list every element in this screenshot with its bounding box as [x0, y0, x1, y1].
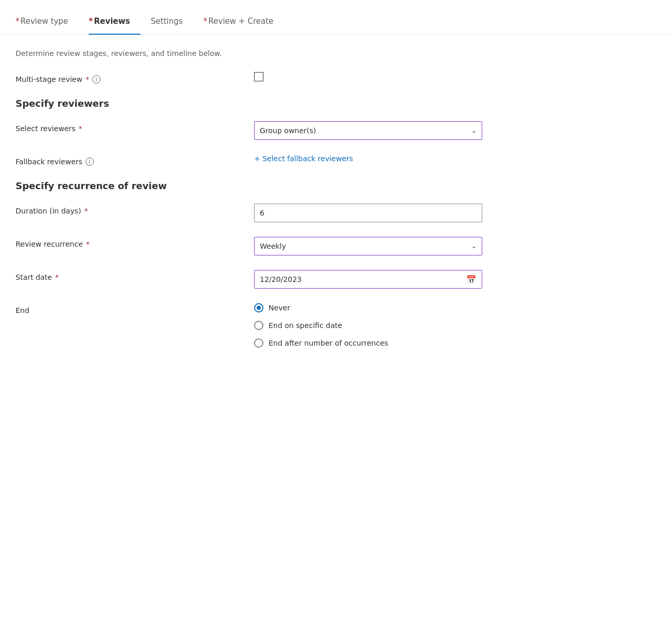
select-reviewers-label: Select reviewers * — [16, 121, 254, 133]
tab-settings-label: Settings — [151, 17, 183, 26]
fallback-reviewers-row: Fallback reviewers i + Select fallback r… — [16, 154, 482, 166]
start-date-row: Start date * 12/20/2023 📅 — [16, 270, 482, 289]
fallback-reviewers-label-text: Fallback reviewers — [16, 158, 82, 166]
end-option-specific-date[interactable]: End on specific date — [254, 321, 388, 330]
start-date-label-text: Start date — [16, 273, 52, 281]
multistage-review-row: Multi-stage review * i — [16, 72, 482, 83]
main-content: Determine review stages, reviewers, and … — [0, 35, 498, 383]
start-date-value: 12/20/2023 — [260, 275, 302, 283]
end-label: End — [16, 303, 254, 315]
tab-reviews[interactable]: *Reviews — [89, 10, 140, 34]
end-radio-group: Never End on specific date End after num… — [254, 303, 388, 348]
navigation-tabs: *Review type *Reviews Settings *Review +… — [0, 0, 672, 35]
start-date-required: * — [55, 273, 59, 281]
select-reviewers-required: * — [79, 124, 82, 133]
end-row: End Never End on specific date End after… — [16, 303, 482, 348]
end-radio-specific-date[interactable] — [254, 321, 263, 330]
review-recurrence-required: * — [86, 240, 90, 248]
end-radio-never[interactable] — [254, 303, 263, 312]
fallback-info-icon[interactable]: i — [86, 158, 94, 166]
start-date-label: Start date * — [16, 270, 254, 281]
review-recurrence-label: Review recurrence * — [16, 237, 254, 248]
duration-label-text: Duration (in days) — [16, 207, 81, 215]
specify-recurrence-header: Specify recurrence of review — [16, 180, 482, 191]
page-subtitle: Determine review stages, reviewers, and … — [16, 49, 482, 58]
duration-input[interactable]: 6 — [254, 204, 482, 222]
required-star: * — [203, 17, 207, 26]
tab-review-type[interactable]: *Review type — [16, 10, 78, 34]
review-recurrence-value: Weekly — [260, 242, 286, 250]
multistage-checkbox[interactable] — [254, 72, 263, 81]
select-reviewers-row: Select reviewers * Group owner(s) ⌄ — [16, 121, 482, 140]
review-recurrence-row: Review recurrence * Weekly ⌄ — [16, 237, 482, 255]
multistage-required: * — [86, 75, 89, 83]
end-never-label: Never — [269, 304, 290, 312]
required-star: * — [16, 17, 20, 26]
tab-review-type-label: Review type — [21, 17, 68, 26]
select-reviewers-dropdown[interactable]: Group owner(s) ⌄ — [254, 121, 482, 140]
select-reviewers-label-text: Select reviewers — [16, 124, 76, 133]
tab-reviews-label: Reviews — [94, 17, 130, 26]
specify-reviewers-header: Specify reviewers — [16, 98, 482, 109]
fallback-reviewers-label: Fallback reviewers i — [16, 154, 254, 166]
select-reviewers-value: Group owner(s) — [260, 126, 316, 135]
calendar-icon: 📅 — [466, 275, 477, 284]
start-date-input[interactable]: 12/20/2023 📅 — [254, 270, 482, 289]
multistage-label-text: Multi-stage review — [16, 75, 82, 83]
duration-required: * — [84, 207, 88, 215]
end-option-never[interactable]: Never — [254, 303, 388, 312]
tab-review-create[interactable]: *Review + Create — [203, 10, 284, 34]
required-star: * — [89, 17, 93, 26]
review-recurrence-dropdown[interactable]: Weekly ⌄ — [254, 237, 482, 255]
duration-label: Duration (in days) * — [16, 204, 254, 215]
review-recurrence-label-text: Review recurrence — [16, 240, 83, 248]
end-specific-date-label: End on specific date — [269, 321, 342, 330]
duration-value: 6 — [260, 209, 264, 217]
end-occurrences-label: End after number of occurrences — [269, 339, 388, 347]
select-reviewers-chevron-icon: ⌄ — [471, 127, 477, 134]
end-option-occurrences[interactable]: End after number of occurrences — [254, 338, 388, 348]
end-radio-occurrences[interactable] — [254, 338, 263, 348]
end-label-text: End — [16, 306, 30, 315]
duration-row: Duration (in days) * 6 — [16, 204, 482, 222]
multistage-info-icon[interactable]: i — [92, 75, 101, 83]
multistage-label: Multi-stage review * i — [16, 72, 254, 83]
select-fallback-reviewers-link[interactable]: + Select fallback reviewers — [254, 154, 353, 163]
tab-settings[interactable]: Settings — [151, 10, 193, 34]
review-recurrence-chevron-icon: ⌄ — [471, 243, 477, 250]
tab-review-create-label: Review + Create — [208, 17, 273, 26]
